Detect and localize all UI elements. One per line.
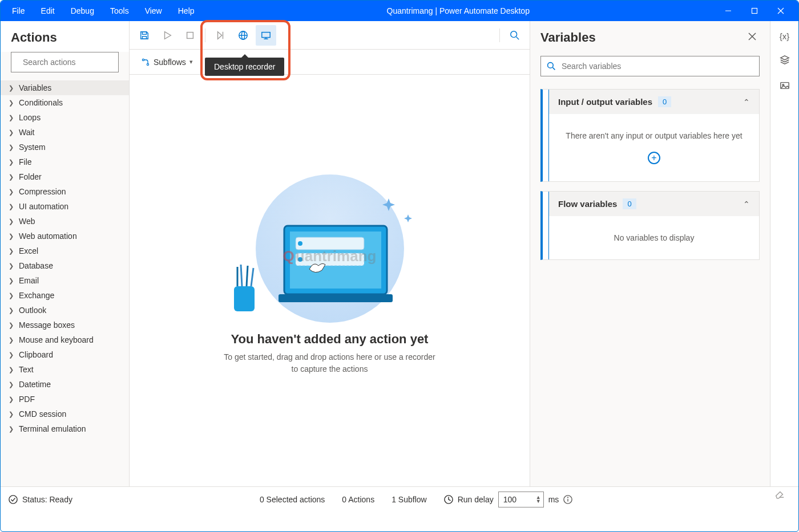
action-category-label: Conditionals [19,98,63,107]
close-variables-button[interactable] [745,29,760,46]
action-category-label: Mouse and keyboard [19,335,94,344]
svg-rect-7 [142,36,146,39]
action-category-label: Email [19,276,39,285]
desktop-recorder-button[interactable] [256,25,276,46]
run-next-button[interactable] [210,25,231,46]
actions-title: Actions [1,21,129,52]
menu-file[interactable]: File [5,4,32,18]
action-category-label: File [19,157,32,166]
chevron-right-icon: ❯ [9,366,14,373]
action-category-conditionals[interactable]: ❯Conditionals [1,95,129,110]
collapse-flow-button[interactable]: ⌃ [743,200,750,209]
action-category-clipboard[interactable]: ❯Clipboard [1,347,129,362]
action-category-terminal-emulation[interactable]: ❯Terminal emulation [1,421,129,436]
action-category-datetime[interactable]: ❯Datetime [1,377,129,392]
action-category-outlook[interactable]: ❯Outlook [1,303,129,318]
action-category-label: Folder [19,172,42,181]
menu-help[interactable]: Help [171,4,201,18]
chevron-right-icon: ❯ [9,114,14,121]
info-icon[interactable] [563,495,572,504]
action-category-system[interactable]: ❯System [1,140,129,155]
action-category-database[interactable]: ❯Database [1,258,129,273]
web-recorder-button[interactable] [233,25,253,46]
action-category-message-boxes[interactable]: ❯Message boxes [1,318,129,332]
action-category-cmd-session[interactable]: ❯CMD session [1,407,129,421]
collapse-io-button[interactable]: ⌃ [743,98,750,107]
action-category-mouse-and-keyboard[interactable]: ❯Mouse and keyboard [1,332,129,347]
chevron-right-icon: ❯ [9,396,14,403]
chevron-right-icon: ❯ [9,233,14,240]
action-category-text[interactable]: ❯Text [1,362,129,377]
clock-icon [444,495,453,504]
menu-edit[interactable]: Edit [34,4,62,18]
action-category-label: Database [19,261,53,270]
actions-panel: Actions ❯Variables❯Conditionals❯Loops❯Wa… [1,21,130,486]
action-category-variables[interactable]: ❯Variables [1,80,129,95]
rail-layers-button[interactable] [780,55,790,67]
subflows-dropdown[interactable]: Subflows ▾ [136,55,197,69]
svg-line-32 [247,266,248,286]
chevron-right-icon: ❯ [9,84,14,92]
svg-line-37 [552,67,555,70]
menu-view[interactable]: View [138,4,169,18]
menu-tools[interactable]: Tools [103,4,136,18]
add-io-variable-button[interactable]: + [648,152,660,164]
action-category-excel[interactable]: ❯Excel [1,243,129,258]
svg-rect-15 [262,32,270,37]
main-menu: File Edit Debug Tools View Help [5,4,201,18]
run-delay-stepper[interactable]: ▲▼ [536,496,541,503]
action-category-compression[interactable]: ❯Compression [1,184,129,199]
flow-variables-section: Flow variables 0 ⌃ No variables to displ… [540,191,760,260]
window-controls [715,1,794,21]
subflow-bar: Subflows ▾ [130,50,530,75]
maximize-button[interactable] [741,1,768,21]
minimize-button[interactable] [715,1,741,21]
eraser-icon[interactable] [774,489,785,501]
search-icon [547,62,556,71]
svg-line-33 [251,268,253,286]
actions-search-input[interactable] [22,57,124,67]
save-button[interactable] [134,25,155,46]
right-rail: {x} [770,21,798,486]
action-category-file[interactable]: ❯File [1,155,129,169]
actions-search[interactable] [11,52,119,72]
svg-point-21 [147,63,148,65]
variables-search-input[interactable] [560,61,753,71]
subflow-count: 1 Subflow [392,495,426,504]
run-delay-input[interactable]: 100 ▲▼ [498,492,544,507]
editor-toolbar [130,21,530,50]
run-delay-label: Run delay [458,495,494,504]
svg-point-36 [548,63,554,68]
action-category-web-automation[interactable]: ❯Web automation [1,229,129,243]
stop-button[interactable] [180,25,200,46]
action-category-loops[interactable]: ❯Loops [1,110,129,125]
variables-search[interactable] [540,56,760,76]
io-variables-section: Input / output variables 0 ⌃ There aren'… [540,89,760,182]
chevron-right-icon: ❯ [9,381,14,388]
action-category-list[interactable]: ❯Variables❯Conditionals❯Loops❯Wait❯Syste… [1,78,129,486]
rail-images-button[interactable] [780,80,790,92]
action-category-email[interactable]: ❯Email [1,273,129,288]
rail-variables-button[interactable]: {x} [780,31,790,41]
chevron-right-icon: ❯ [9,262,14,270]
action-category-folder[interactable]: ❯Folder [1,169,129,184]
action-category-pdf[interactable]: ❯PDF [1,392,129,407]
run-delay: Run delay 100 ▲▼ ms [444,492,573,507]
menu-debug[interactable]: Debug [64,4,101,18]
svg-line-31 [241,265,242,286]
toolbar-separator-2 [499,29,500,42]
run-button[interactable] [157,25,177,46]
flow-variables-title: Flow variables [558,199,617,209]
svg-point-27 [298,241,302,246]
action-category-label: Loops [19,113,41,122]
action-category-wait[interactable]: ❯Wait [1,125,129,140]
action-category-label: Web automation [19,232,77,241]
action-category-exchange[interactable]: ❯Exchange [1,288,129,303]
search-flow-button[interactable] [505,25,525,46]
io-variables-count: 0 [658,96,671,107]
chevron-right-icon: ❯ [9,218,14,225]
chevron-right-icon: ❯ [9,99,14,107]
close-button[interactable] [768,1,794,21]
action-category-web[interactable]: ❯Web [1,214,129,229]
action-category-ui-automation[interactable]: ❯UI automation [1,199,129,214]
